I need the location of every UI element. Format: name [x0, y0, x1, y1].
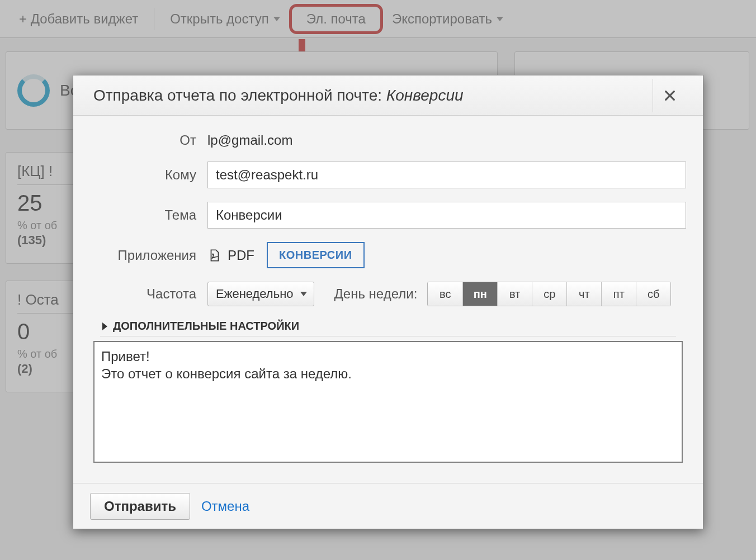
advanced-label: ДОПОЛНИТЕЛЬНЫЕ НАСТРОЙКИ	[113, 320, 299, 333]
day-button-group: вс пн вт ср чт пт сб	[427, 282, 671, 306]
add-widget-button[interactable]: + Добавить виджет	[10, 7, 147, 31]
frequency-label: Частота	[90, 286, 207, 302]
caret-down-icon	[300, 292, 307, 296]
advanced-settings-toggle[interactable]: ДОПОЛНИТЕЛЬНЫЕ НАСТРОЙКИ	[102, 320, 686, 333]
divider	[154, 8, 154, 30]
day-tue[interactable]: вт	[497, 282, 532, 306]
modal-footer: Отправить Отмена	[73, 483, 703, 529]
modal-title-name: Конверсии	[386, 87, 464, 104]
attachments-row: Приложения PDF КОНВЕРСИИ	[90, 242, 686, 268]
caret-down-icon	[273, 17, 280, 21]
from-value: lp@gmail.com	[207, 132, 292, 148]
subject-input[interactable]	[207, 202, 686, 229]
export-label: Экспортировать	[392, 11, 492, 27]
subject-label: Тема	[90, 207, 207, 223]
toolbar: + Добавить виджет Открыть доступ Эл. поч…	[0, 0, 756, 38]
attachments-label: Приложения	[90, 248, 207, 263]
day-fri[interactable]: пт	[601, 282, 636, 306]
day-thu[interactable]: чт	[566, 282, 601, 306]
modal-title-prefix: Отправка отчета по электронной почте:	[93, 87, 386, 104]
day-mon[interactable]: пн	[462, 282, 497, 306]
day-of-week-label: День недели:	[334, 286, 418, 302]
divider	[100, 336, 676, 336]
send-button[interactable]: Отправить	[90, 493, 190, 520]
from-row: От lp@gmail.com	[90, 132, 686, 148]
pdf-icon	[207, 248, 222, 263]
modal-body: От lp@gmail.com Кому Тема Приложения PDF…	[73, 116, 703, 471]
message-textarea[interactable]	[93, 341, 683, 463]
chevron-right-icon	[102, 322, 107, 330]
caret-down-icon	[497, 17, 503, 21]
from-label: От	[90, 132, 207, 148]
share-label: Открыть доступ	[170, 11, 269, 27]
email-report-modal: Отправка отчета по электронной почте: Ко…	[73, 75, 703, 529]
day-wed[interactable]: ср	[532, 282, 566, 306]
pdf-attachment: PDF	[207, 248, 254, 263]
to-input[interactable]	[207, 162, 686, 188]
pdf-label: PDF	[228, 248, 254, 263]
day-sat[interactable]: сб	[636, 282, 670, 306]
frequency-value: Еженедельно	[216, 287, 294, 301]
to-row: Кому	[90, 162, 686, 188]
cancel-link[interactable]: Отмена	[201, 499, 249, 514]
close-icon	[664, 89, 676, 102]
day-sun[interactable]: вс	[428, 282, 462, 306]
modal-titlebar: Отправка отчета по электронной почте: Ко…	[73, 75, 703, 116]
export-button[interactable]: Экспортировать	[383, 7, 512, 31]
attachment-chip[interactable]: КОНВЕРСИИ	[267, 242, 365, 268]
to-label: Кому	[90, 167, 207, 183]
frequency-row: Частота Еженедельно День недели: вс пн в…	[90, 282, 686, 306]
email-button[interactable]: Эл. почта	[289, 4, 383, 34]
modal-title: Отправка отчета по электронной почте: Ко…	[93, 87, 464, 105]
share-button[interactable]: Открыть доступ	[161, 7, 289, 31]
frequency-select[interactable]: Еженедельно	[207, 282, 314, 306]
close-button[interactable]	[653, 79, 686, 112]
spinner-icon	[17, 74, 50, 107]
subject-row: Тема	[90, 202, 686, 229]
